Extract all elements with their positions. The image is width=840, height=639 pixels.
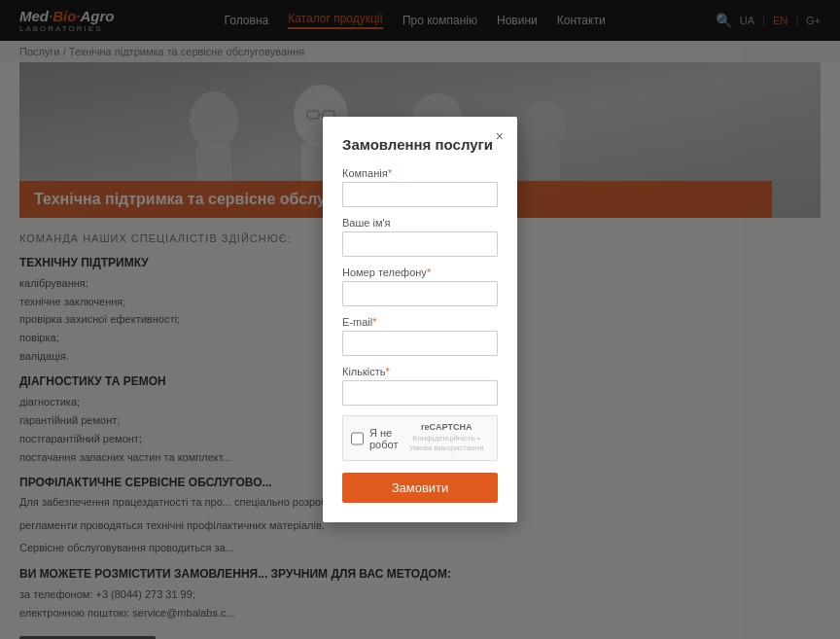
name-label: Ваше ім'я xyxy=(342,217,498,229)
company-label-text: Компанія xyxy=(342,167,388,179)
modal-title: Замовлення послуги xyxy=(342,136,498,153)
quantity-label-text: Кількість xyxy=(342,366,386,377)
submit-button[interactable]: Замовити xyxy=(342,473,498,503)
company-field-group: Компанія* xyxy=(342,167,498,207)
order-modal: Замовлення послуги × Компанія* Ваше ім'я… xyxy=(323,117,517,521)
phone-field-group: Номер телефону* xyxy=(342,266,498,306)
modal-overlay[interactable]: Замовлення послуги × Компанія* Ваше ім'я… xyxy=(0,0,840,639)
name-input[interactable] xyxy=(342,231,498,257)
modal-close-button[interactable]: × xyxy=(496,128,504,144)
email-input[interactable] xyxy=(342,331,498,356)
phone-label-text: Номер телефону xyxy=(342,266,427,278)
email-label: E-mail* xyxy=(342,316,498,328)
email-label-text: E-mail xyxy=(342,316,372,328)
required-marker: * xyxy=(372,316,376,328)
phone-input[interactable] xyxy=(342,281,498,306)
company-label: Компанія* xyxy=(342,167,498,179)
required-marker: * xyxy=(388,167,392,179)
captcha-text: Я не робот xyxy=(369,427,398,450)
required-marker: * xyxy=(386,366,390,377)
phone-label: Номер телефону* xyxy=(342,266,498,278)
captcha-logo: reCAPTCHA Конфіденційність • Умови викор… xyxy=(403,422,489,453)
quantity-field-group: Кількість* xyxy=(342,366,498,406)
email-field-group: E-mail* xyxy=(342,316,498,356)
recaptcha-logo-text: reCAPTCHA xyxy=(403,422,489,434)
captcha-checkbox[interactable] xyxy=(351,432,364,445)
captcha-row: Я не робот reCAPTCHA Конфіденційність • … xyxy=(342,415,498,460)
quantity-input[interactable] xyxy=(342,380,498,406)
name-label-text: Ваше ім'я xyxy=(342,217,391,229)
company-input[interactable] xyxy=(342,182,498,207)
name-field-group: Ваше ім'я xyxy=(342,217,498,257)
captcha-sub-text: Конфіденційність • Умови використання xyxy=(403,434,489,454)
quantity-label: Кількість* xyxy=(342,366,498,377)
required-marker: * xyxy=(427,266,431,278)
